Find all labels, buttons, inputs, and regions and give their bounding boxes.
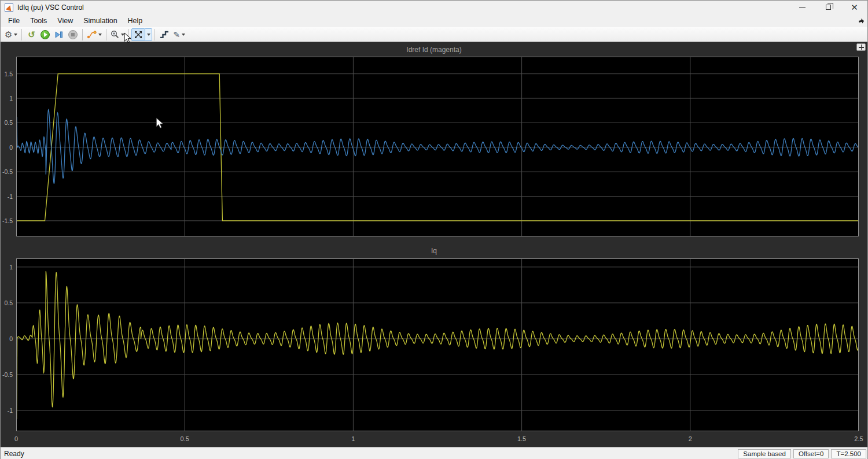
toolbar: ⚙ ↺ ✎	[1, 27, 867, 42]
menu-view[interactable]: View	[52, 15, 78, 27]
magnifier-icon	[111, 30, 119, 39]
plot2-title: Iq	[1, 247, 867, 255]
stairs-icon	[160, 31, 169, 38]
span-axes-button[interactable]	[131, 28, 145, 41]
chevron-down-icon	[121, 34, 124, 36]
statusbar: Ready Sample based Offset=0 T=2.500	[1, 447, 867, 459]
minimize-button[interactable]	[789, 1, 815, 14]
scope-canvas: Idref Id (magenta) 1.510.50-0.5-1-1.5 Iq…	[1, 42, 867, 447]
configuration-button[interactable]: ⚙	[3, 28, 19, 41]
maximize-axes-button[interactable]	[856, 43, 866, 51]
trace-Id	[16, 110, 859, 184]
restore-button[interactable]	[815, 1, 841, 14]
x-tick-label: 1.5	[510, 435, 534, 442]
plot1-y-axis: 1.510.50-0.5-1-1.5	[1, 57, 14, 236]
restore-icon	[826, 5, 831, 10]
pen-icon: ✎	[173, 31, 180, 39]
signal-icon	[87, 31, 97, 39]
stop-button[interactable]	[66, 28, 80, 41]
toolbar-separator	[128, 29, 129, 40]
chevron-down-icon	[147, 34, 150, 36]
y-tick-label: 1	[9, 264, 13, 271]
menu-overflow-arrow-icon[interactable]	[858, 16, 865, 27]
menubar: File Tools View Simulation Help	[1, 14, 867, 27]
gear-icon: ⚙	[5, 30, 12, 39]
minimize-icon	[799, 7, 806, 8]
y-tick-label: -0.5	[2, 168, 13, 175]
y-tick-label: 0	[9, 335, 13, 342]
simulink-snapshot-button[interactable]	[157, 28, 171, 41]
x-tick-label: 2	[679, 435, 702, 442]
matlab-scope-icon	[5, 3, 13, 12]
step-forward-icon	[54, 31, 64, 38]
y-tick-label: 0	[9, 144, 13, 151]
chevron-down-icon	[98, 34, 102, 36]
plot2-axes[interactable]	[16, 258, 859, 431]
highlight-signal-button[interactable]	[85, 28, 104, 41]
status-time: T=2.500	[831, 449, 866, 458]
window-title: IdIq (pu) VSC Control	[17, 3, 84, 12]
menu-help[interactable]: Help	[123, 15, 148, 27]
span-axes-dropdown[interactable]	[145, 28, 152, 41]
y-tick-label: 0.5	[4, 119, 13, 126]
plot1-title: Idref Id (magenta)	[1, 46, 867, 54]
waveform-canvas	[16, 258, 859, 431]
scope-window: IdIq (pu) VSC Control ✕ File Tools View …	[0, 0, 868, 459]
toolbar-separator	[82, 29, 83, 40]
x-tick-label: 2.5	[847, 435, 868, 442]
waveform-canvas	[16, 57, 859, 236]
span-axes-icon	[134, 31, 142, 39]
y-tick-label: 1.5	[4, 71, 13, 77]
close-button[interactable]: ✕	[841, 1, 867, 14]
stop-icon	[68, 30, 78, 39]
menu-file[interactable]: File	[3, 15, 25, 27]
y-tick-label: -1.5	[2, 217, 13, 224]
play-icon	[41, 30, 50, 39]
menu-tools[interactable]: Tools	[25, 15, 52, 27]
titlebar: IdIq (pu) VSC Control ✕	[1, 1, 867, 14]
status-offset: Offset=0	[793, 449, 829, 458]
chevron-down-icon	[14, 34, 17, 36]
toolbar-separator	[21, 29, 22, 40]
x-tick-label: 1	[341, 435, 365, 442]
y-tick-label: -1	[8, 193, 13, 200]
status-message: Ready	[1, 450, 738, 458]
y-tick-label: 0.5	[4, 299, 13, 306]
expand-icon	[859, 45, 864, 50]
y-tick-label: -1	[8, 407, 13, 414]
y-tick-label: -0.5	[2, 371, 13, 378]
x-tick-label: 0	[5, 435, 28, 442]
plot2-y-axis: 10.50-0.5-1	[1, 258, 14, 431]
trace-Iq	[16, 271, 859, 419]
y-tick-label: 1	[9, 95, 13, 102]
run-button[interactable]	[38, 28, 52, 41]
step-back-button[interactable]: ↺	[24, 28, 38, 41]
toolbar-separator	[155, 29, 155, 40]
status-sample-mode: Sample based	[738, 449, 791, 458]
toolbar-separator	[106, 29, 106, 40]
step-back-icon: ↺	[28, 30, 35, 39]
zoom-button[interactable]	[109, 28, 126, 41]
trigger-button[interactable]: ✎	[171, 28, 187, 41]
menu-simulation[interactable]: Simulation	[78, 15, 122, 27]
chevron-down-icon	[182, 34, 185, 36]
x-tick-label: 0.5	[173, 435, 196, 442]
plot1-axes[interactable]	[16, 57, 859, 236]
step-forward-button[interactable]	[52, 28, 66, 41]
